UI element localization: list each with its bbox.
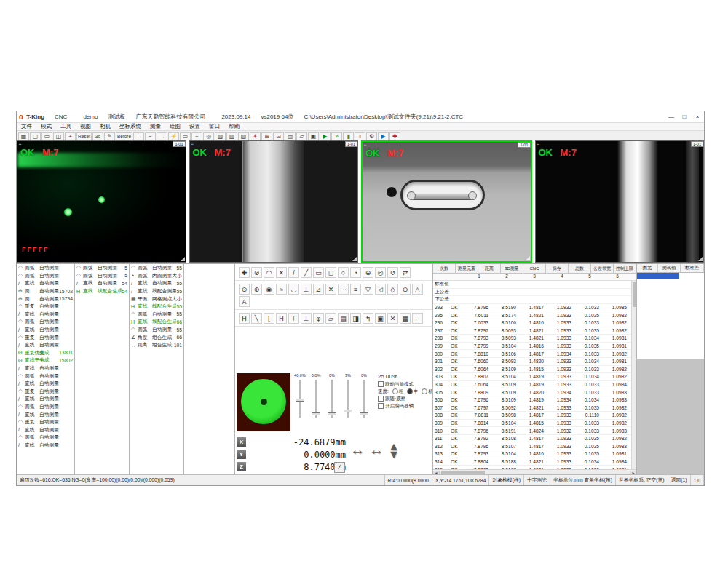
list-item[interactable]: / 直线 自动测量 <box>17 380 74 388</box>
camera-view-2[interactable]: ▪▪ 1-01 OK M:7 <box>189 140 359 263</box>
checkbox-encoder[interactable] <box>378 403 384 409</box>
screen-icon[interactable]: ▧ <box>238 132 249 141</box>
list-item[interactable]: / 直线 自动测量 <box>17 279 74 287</box>
reset-button[interactable]: Reset <box>76 132 92 141</box>
table-tab[interactable]: CNC <box>523 264 546 273</box>
tool-intersect-icon[interactable]: ✕ <box>325 284 336 295</box>
light-slider[interactable] <box>324 378 340 420</box>
tool-rect-icon[interactable]: ▭ <box>313 267 324 278</box>
list-item[interactable]: ▦ 平面 网格测点大小 <box>130 295 183 303</box>
resize-grip-icon[interactable] <box>698 257 703 261</box>
table-tab[interactable]: 总数 <box>569 264 591 273</box>
close-button[interactable]: × <box>691 112 704 121</box>
list-item[interactable]: ⊕ 圆 自动测量 15702 <box>17 287 74 295</box>
list-item[interactable]: / 直线 自动测量 <box>17 442 74 450</box>
table-tab[interactable]: 公差带宽 <box>591 264 614 273</box>
list-item[interactable]: / 直线 线配合测量 55 <box>130 287 183 295</box>
table-row[interactable]: 301 OK 7.6060 8.5093 1.4820 1.0933 0.103… <box>433 358 631 366</box>
light-slider[interactable] <box>356 378 372 420</box>
frame-icon[interactable]: ▭ <box>180 132 191 141</box>
radio-medium[interactable] <box>407 388 413 394</box>
joystick[interactable] <box>237 373 290 431</box>
list-item[interactable]: / 直线 自动测量 <box>17 326 74 334</box>
menu-item[interactable]: 测量 <box>146 123 165 130</box>
table-row[interactable]: 308 OK 7.8811 8.5098 1.4817 1.0933 0.111… <box>433 412 631 420</box>
tool-corner-icon[interactable]: ⌊ <box>264 313 274 324</box>
menu-item[interactable]: 帮助 <box>224 123 244 130</box>
list-item[interactable]: H 直线 线配合生成 66 <box>130 318 183 326</box>
resize-grip-icon[interactable] <box>181 257 185 261</box>
tool-tri-down-icon[interactable]: ▽ <box>363 284 373 295</box>
list-item[interactable]: ◠ 圆弧 自动测量 5 <box>75 264 129 272</box>
resize-grip-icon[interactable] <box>526 256 530 260</box>
split-view-icon[interactable]: ◫ <box>53 132 64 141</box>
grid-add-icon[interactable]: ⊞ <box>261 132 272 141</box>
maximize-button[interactable]: □ <box>678 112 691 121</box>
play-icon[interactable]: ▶ <box>320 132 331 141</box>
status-crosshair-mode[interactable]: 十字测光 <box>524 475 550 485</box>
tool-box-icon[interactable]: ▣ <box>375 313 386 324</box>
jog-left-right-icon[interactable]: ↔ <box>350 442 365 458</box>
resize-grip-icon[interactable] <box>352 257 357 261</box>
list-item[interactable]: H 直线 线配合生成 54 <box>75 287 129 295</box>
list-item[interactable]: ◠ 重复 自动测量 <box>17 418 74 426</box>
list-item[interactable]: / 直线 自动测量 <box>17 410 74 418</box>
table-tab[interactable]: 3D测量 <box>501 264 523 273</box>
menu-item[interactable]: 文件 <box>17 123 36 130</box>
list-item[interactable]: ◠ 圆弧 自动测量 55 <box>130 326 183 334</box>
checkbox-link-mode[interactable] <box>378 381 384 387</box>
tool-target-icon[interactable]: ◉ <box>264 284 274 295</box>
checkbox-follow[interactable] <box>378 396 384 402</box>
menu-item[interactable]: 窗口 <box>205 123 224 130</box>
minimize-button[interactable]: — <box>665 112 678 121</box>
light-slider[interactable] <box>340 378 356 420</box>
tool-perp2-icon[interactable]: ⊥ <box>301 313 312 324</box>
tool-grid-icon[interactable]: ▦ <box>400 313 411 324</box>
list-item[interactable]: ◠ 圆弧 自动测量 <box>17 264 74 272</box>
list-item[interactable]: ◠ 圆弧 自动测量 55 <box>130 264 183 272</box>
pause-icon[interactable]: ‖ <box>355 132 365 141</box>
table-row[interactable]: 297 OK 7.8797 8.5093 1.4821 1.0933 0.103… <box>433 327 631 335</box>
grid-dot-icon[interactable]: ⊡ <box>273 132 284 141</box>
tool-hfit-icon[interactable]: H <box>239 313 250 324</box>
list-item[interactable]: ∠ 角度 组合生成 66 <box>130 333 183 341</box>
tool-circle-plus-icon[interactable]: ⊕ <box>363 267 373 278</box>
jog-left-right-icon[interactable]: ↔ <box>369 442 384 458</box>
open-icon[interactable]: ▭ <box>41 132 52 141</box>
table-row[interactable]: 310 OK 7.8796 8.5191 1.4824 1.0932 0.103… <box>433 427 631 435</box>
list-item[interactable]: ◠ 重复 自动测量 <box>17 303 74 311</box>
settings-gear-icon[interactable]: ⚙ <box>366 132 377 141</box>
tool-rotate-icon[interactable]: ↺ <box>387 267 398 278</box>
list-item[interactable]: Θ 直线平分 生成 15802 <box>17 356 74 364</box>
tool-diagonal-icon[interactable]: ╲ <box>251 313 262 324</box>
slider-thumb[interactable] <box>328 412 336 415</box>
tool-return-icon[interactable]: ↰ <box>363 313 373 324</box>
arrow-left-icon[interactable]: ← <box>133 132 144 141</box>
table-tab[interactable]: 控制上限 <box>614 264 636 273</box>
menu-item[interactable]: 坐标系统 <box>115 123 146 130</box>
tool-add-circle-icon[interactable]: ⊕ <box>251 284 262 295</box>
tool-ring-icon[interactable]: ◎ <box>375 267 386 278</box>
tool-corner2-icon[interactable]: ⌐ <box>412 313 423 324</box>
list-item[interactable]: / 直线 自动测量 <box>17 364 74 372</box>
slider-thumb[interactable] <box>344 410 352 412</box>
status-return[interactable]: 退回(1) <box>668 475 691 485</box>
list-item[interactable]: H 直线 线配合生成 55 <box>130 303 183 311</box>
list-item[interactable]: ◠ 圆弧 自动测量 <box>17 318 74 326</box>
list-item[interactable]: Θ 重复优先 生成 13801 <box>17 349 74 357</box>
tolerance-row[interactable]: 标准值 <box>433 281 631 289</box>
table-row[interactable]: 300 OK 7.8810 8.5106 1.4817 1.0934 0.103… <box>433 350 631 358</box>
save-icon[interactable]: ▤ <box>285 132 296 141</box>
scrollbar-thumb[interactable] <box>633 282 636 307</box>
layers-icon[interactable]: ≡ <box>191 132 202 141</box>
table-row[interactable]: 307 OK 7.6797 8.5092 1.4821 1.0933 0.103… <box>433 404 631 412</box>
list-item[interactable]: / 直线 自动测量 <box>17 311 74 319</box>
table-row[interactable]: 298 OK 7.8793 8.5093 1.4821 1.0933 0.103… <box>433 335 631 343</box>
star-tool-icon[interactable]: ✳ <box>250 132 261 141</box>
table-row[interactable]: 296 OK 7.6033 8.5106 1.4816 1.0933 0.103… <box>433 319 631 327</box>
camera-view-1[interactable]: ▪▪ 1-01 OK M:7 FFFFF <box>17 140 186 263</box>
list-item[interactable]: / 直线 自动测量 55 <box>130 279 183 287</box>
slider-thumb[interactable] <box>296 399 304 402</box>
tool-arc-icon[interactable]: ◠ <box>264 267 274 278</box>
fast-play-icon[interactable]: » <box>331 132 342 141</box>
